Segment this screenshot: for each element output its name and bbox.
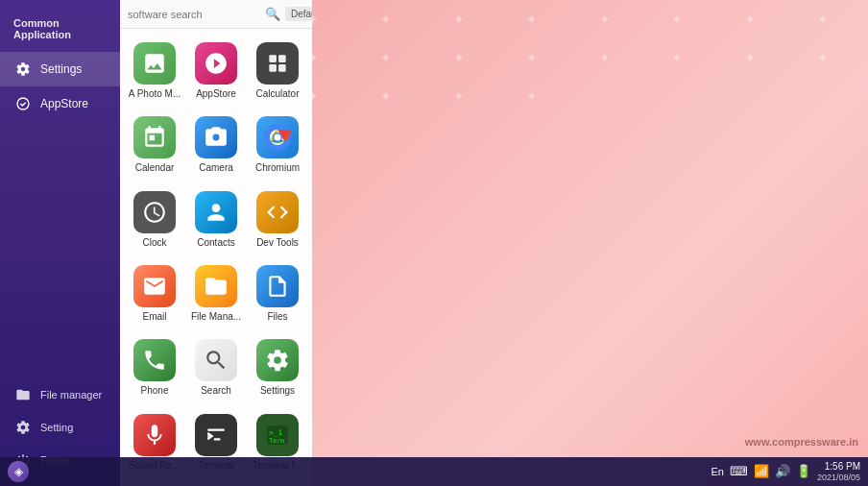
start-button[interactable]: ◈ [8, 461, 29, 482]
phone-icon [133, 339, 176, 381]
filemanager-label: File Mana... [191, 311, 241, 323]
svg-text:Term: Term [269, 436, 284, 444]
soundrec-icon [133, 414, 176, 456]
app-item-devtools[interactable]: Dev Tools [247, 183, 308, 257]
sidebar-item-setting[interactable]: Setting [0, 411, 120, 444]
photo-icon [133, 42, 176, 85]
clock-display: 1:56 PM 2021/08/05 [817, 461, 860, 483]
camera-label: Camera [199, 162, 233, 174]
start-icon: ◈ [14, 465, 23, 478]
app-item-search[interactable]: Search [185, 331, 247, 405]
taskbar: ◈ En ⌨ 📶 🔊 🔋 1:56 PM 2021/08/05 [0, 457, 868, 486]
settings-icon [13, 60, 33, 79]
sidebar-item-appstore[interactable]: AppStore [0, 86, 120, 121]
sidebar-item-settings[interactable]: Settings [0, 52, 120, 86]
calendar-label: Calendar [135, 162, 175, 174]
app-item-appstore[interactable]: AppStore [185, 35, 247, 109]
taskbar-right: En ⌨ 📶 🔊 🔋 1:56 PM 2021/08/05 [711, 461, 860, 483]
calendar-icon [133, 116, 176, 158]
app-item-filemanager[interactable]: File Mana... [185, 257, 247, 331]
sidebar-header: Common Application [0, 10, 120, 52]
chromium-icon [256, 116, 299, 158]
calculator-icon [256, 42, 299, 85]
appstore-app-label: AppStore [196, 88, 236, 100]
app-item-settings[interactable]: Settings [247, 331, 308, 405]
date-display: 2021/08/05 [817, 473, 860, 483]
terminalif-icon: >_1 Term [256, 414, 299, 456]
search-icon: 🔍 [265, 7, 280, 21]
sidebar-item-file-manager[interactable]: File manager [0, 378, 120, 411]
svg-rect-3 [269, 64, 277, 72]
app-item-calendar[interactable]: Calendar [124, 109, 185, 182]
camera-icon [195, 116, 237, 158]
appstore-app-icon [195, 42, 237, 85]
phone-label: Phone [141, 385, 169, 397]
clock-label: Clock [142, 237, 166, 249]
file-manager-icon [13, 385, 33, 404]
files-icon [256, 265, 299, 307]
search-app-icon [195, 339, 237, 381]
app-item-clock[interactable]: Clock [124, 183, 185, 257]
app-item-chromium[interactable]: Chromium [247, 109, 308, 182]
app-item-calculator[interactable]: Calculator [247, 35, 308, 109]
file-manager-label: File manager [40, 389, 102, 401]
svg-rect-2 [278, 55, 286, 62]
battery-icon: 🔋 [796, 464, 811, 478]
search-input[interactable] [128, 9, 260, 20]
email-icon [133, 265, 176, 307]
devtools-icon [256, 191, 299, 233]
svg-rect-1 [269, 55, 277, 62]
setting-icon [13, 418, 33, 437]
sidebar-settings-label: Settings [40, 62, 82, 76]
app-item-contacts[interactable]: Contacts [185, 183, 247, 257]
filemanager-icon [195, 265, 237, 307]
devtools-label: Dev Tools [256, 237, 299, 249]
calculator-label: Calculator [255, 88, 299, 100]
sidebar-appstore-label: AppStore [40, 97, 88, 110]
settings-app-icon [256, 339, 299, 381]
contacts-label: Contacts [197, 237, 234, 249]
volume-icon: 🔊 [775, 464, 790, 478]
search-app-label: Search [201, 385, 231, 397]
appstore-icon [13, 94, 33, 113]
sidebar: Common Application Settings AppStore Fil… [0, 0, 120, 486]
svg-rect-4 [278, 64, 286, 72]
app-panel: 🔍 Default ▼ A Photo M... AppStore [120, 0, 312, 486]
app-item-files[interactable]: Files [247, 257, 308, 331]
watermark: www.compressware.in [745, 436, 858, 448]
app-item-camera[interactable]: Camera [185, 109, 247, 182]
default-button[interactable]: Default [285, 7, 312, 21]
app-item-photo[interactable]: A Photo M... [124, 35, 185, 109]
chromium-label: Chromium [255, 162, 300, 174]
terminal-icon [195, 414, 237, 456]
svg-point-0 [17, 98, 29, 109]
wifi-icon: 📶 [754, 464, 769, 478]
apps-grid: A Photo M... AppStore Calculator [120, 29, 312, 486]
keyboard-icon: ⌨ [730, 464, 748, 478]
app-item-phone[interactable]: Phone [124, 331, 185, 405]
contacts-icon [195, 191, 237, 233]
language-indicator[interactable]: En [711, 466, 723, 477]
sidebar-spacer [0, 121, 120, 378]
photo-label: A Photo M... [129, 88, 181, 100]
search-bar: 🔍 Default ▼ [120, 0, 312, 29]
time-display: 1:56 PM [825, 461, 860, 473]
settings-app-label: Settings [260, 385, 295, 397]
files-label: Files [267, 311, 287, 323]
email-label: Email [142, 311, 166, 323]
svg-point-8 [275, 134, 281, 141]
clock-icon [133, 191, 176, 233]
app-item-email[interactable]: Email [124, 257, 185, 331]
setting-label: Setting [40, 422, 73, 433]
